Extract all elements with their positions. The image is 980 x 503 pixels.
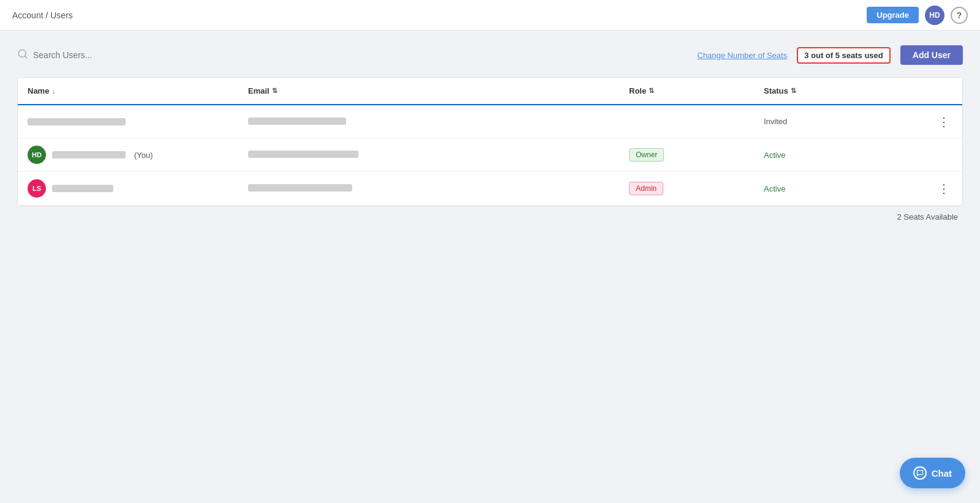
sort-icon-email: ⇅ xyxy=(272,87,277,95)
avatar-hd: HD xyxy=(28,146,46,164)
role-cell-2: Owner xyxy=(619,141,754,169)
name-blurred-3 xyxy=(52,185,113,192)
avatar[interactable]: HD xyxy=(925,6,944,25)
svg-line-1 xyxy=(24,56,26,58)
search-wrapper xyxy=(17,48,697,62)
status-cell-1: Invited xyxy=(754,110,925,133)
email-cell-2 xyxy=(238,142,619,168)
action-bar: Change Number of Seats 3 out of 5 seats … xyxy=(17,45,963,65)
name-blurred-2 xyxy=(52,151,126,158)
email-blurred-1 xyxy=(248,117,346,125)
sort-icon-name: ↓ xyxy=(51,88,55,95)
name-cell-1 xyxy=(18,111,238,133)
name-cell-2: HD (You) xyxy=(18,138,238,171)
more-actions-3[interactable]: ⋮ xyxy=(925,174,962,203)
email-cell-1 xyxy=(238,109,619,135)
change-seats-link[interactable]: Change Number of Seats xyxy=(697,51,787,60)
table-row: LS Admin Active ⋮ xyxy=(18,172,962,206)
sort-icon-status: ⇅ xyxy=(791,87,796,95)
col-header-role[interactable]: Role ⇅ xyxy=(619,78,754,104)
upgrade-button[interactable]: Upgrade xyxy=(867,7,919,23)
search-icon xyxy=(17,48,28,62)
avatar-ls: LS xyxy=(28,179,46,198)
you-label: (You) xyxy=(134,151,153,160)
sort-icon-role: ⇅ xyxy=(649,87,654,95)
users-table: Name ↓ Email ⇅ Role ⇅ Status ⇅ xyxy=(17,77,963,206)
owner-badge: Owner xyxy=(629,148,664,162)
email-blurred-3 xyxy=(248,184,352,192)
search-input[interactable] xyxy=(33,50,180,60)
col-label-name: Name xyxy=(28,86,49,95)
email-blurred-2 xyxy=(248,151,358,158)
chat-bubble-icon xyxy=(913,466,927,480)
admin-badge: Admin xyxy=(629,182,663,195)
help-icon[interactable]: ? xyxy=(951,7,968,24)
col-header-actions xyxy=(925,78,962,104)
col-header-status[interactable]: Status ⇅ xyxy=(754,78,925,104)
top-bar-right: Upgrade HD ? xyxy=(867,6,968,25)
name-cell-3: LS xyxy=(18,172,238,205)
status-cell-2: Active xyxy=(754,143,925,167)
more-actions-1[interactable]: ⋮ xyxy=(925,107,962,136)
top-bar: Account / Users Upgrade HD ? xyxy=(0,0,980,31)
seats-available: 2 Seats Available xyxy=(17,206,963,222)
col-label-email: Email xyxy=(248,86,270,95)
col-label-role: Role xyxy=(629,86,646,95)
main-content: Change Number of Seats 3 out of 5 seats … xyxy=(0,31,980,503)
role-cell-1 xyxy=(619,114,754,129)
seats-used-badge: 3 out of 5 seats used xyxy=(797,47,891,64)
col-header-email[interactable]: Email ⇅ xyxy=(238,78,619,104)
chat-label: Chat xyxy=(932,468,952,479)
table-row: HD (You) Owner Active xyxy=(18,138,962,172)
chat-button[interactable]: Chat xyxy=(900,458,965,488)
col-header-name[interactable]: Name ↓ xyxy=(18,78,238,104)
role-cell-3: Admin xyxy=(619,174,754,203)
table-row: Invited ⋮ xyxy=(18,105,962,138)
email-cell-3 xyxy=(238,176,619,201)
action-bar-right: Change Number of Seats 3 out of 5 seats … xyxy=(697,45,963,65)
status-cell-3: Active xyxy=(754,177,925,201)
more-actions-2 xyxy=(925,147,962,162)
col-label-status: Status xyxy=(764,86,788,95)
name-blurred-1 xyxy=(28,118,126,125)
breadcrumb: Account / Users xyxy=(12,10,73,20)
table-header: Name ↓ Email ⇅ Role ⇅ Status ⇅ xyxy=(18,78,962,105)
add-user-button[interactable]: Add User xyxy=(900,45,963,65)
